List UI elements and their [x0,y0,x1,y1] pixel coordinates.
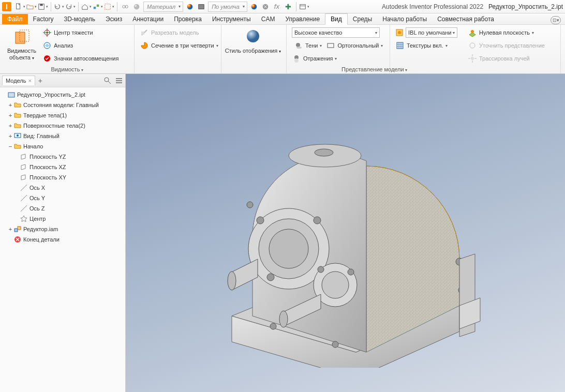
workspace: Модель× + Редуктор_Упростить_2.ipt +Сост… [0,74,565,392]
save-icon[interactable] [38,2,48,12]
visual-quality-combo[interactable]: Высокое качество▾ [290,27,386,38]
center-of-gravity-button[interactable]: Центр тяжести [40,27,121,38]
model-placeholder-icon [201,99,490,368]
tree-origin[interactable]: −Начало [1,141,124,152]
ortho-button[interactable]: Ортогональный▾ [324,40,385,51]
svg-point-26 [296,43,300,47]
ibl-combo[interactable]: IBL по умолчани▾ [393,27,459,38]
svg-point-9 [135,5,137,7]
tree-reductor[interactable]: +Редуктор.iam [1,224,124,234]
appearance-combo[interactable]: По умолча▾ [208,2,247,12]
reflections-icon [292,54,301,63]
svg-point-34 [471,30,474,33]
textures-button[interactable]: Текстуры вкл.▾ [393,40,459,51]
ray-trace-button: Трассировка лучей [466,53,547,64]
tab-getstarted[interactable]: Начало работы [377,14,432,24]
fx-icon[interactable]: fx [272,2,282,12]
tab-view[interactable]: Вид [325,13,348,25]
close-tab-icon[interactable]: × [28,78,31,84]
viewport-3d[interactable] [126,74,565,392]
assembly-icon[interactable] [93,2,103,12]
ortho-icon [326,41,335,50]
ray-trace-icon [468,54,477,63]
automark-button[interactable]: Значки автосовмещения [40,53,121,64]
link-icon[interactable] [120,2,130,12]
add-tab-icon[interactable]: + [35,77,46,85]
redo-icon[interactable] [65,2,76,12]
tab-cam[interactable]: CAM [256,14,280,24]
analysis-button[interactable]: Анализ [40,40,121,51]
assembly-icon [13,225,22,233]
window-icon[interactable] [299,2,309,12]
tab-manage[interactable]: Управление [280,14,325,24]
tab-inspect[interactable]: Проверка [169,14,207,24]
tree-view[interactable]: +Вид: Главный [1,131,124,141]
panel-modelview-label[interactable]: Представление модели [326,65,423,73]
object-visibility-button[interactable]: Видимость объекта ▾ [3,26,40,62]
appearance-sphere-icon[interactable] [185,2,195,12]
clear-appearance-icon[interactable] [260,2,271,12]
tab-env[interactable]: Среды [348,14,377,24]
tab-collab[interactable]: Совместная работа [432,14,499,24]
new-file-icon[interactable] [15,2,25,12]
open-file-icon[interactable] [26,2,37,12]
material-sphere-icon[interactable] [131,2,142,12]
svg-point-35 [470,43,475,48]
quarter-section-icon [140,41,149,50]
quick-access-toolbar: I Материал▾ По умолча▾ fx ✚ Autodesk Inv… [0,0,565,13]
cut-icon [140,28,149,37]
tree-plane-yz[interactable]: Плоскость YZ [1,152,124,162]
tab-annotations[interactable]: Аннотации [127,14,169,24]
tree-root[interactable]: Редуктор_Упростить_2.ipt [1,89,124,100]
appearance-placeholder: По умолча [210,4,242,10]
tree-axis-y[interactable]: Ось Y [1,193,124,203]
tree-plane-xy[interactable]: Плоскость XY [1,172,124,183]
tab-sketch[interactable]: Эскиз [100,14,127,24]
home-icon[interactable] [81,2,92,12]
display-style-label: Стиль отображения ▾ [225,48,281,55]
point-icon [20,215,28,223]
quarter-section-button[interactable]: Сечение в три четверти▾ [138,40,220,51]
panel-visibility-label[interactable]: Видимость [3,65,131,73]
appearance-box-icon[interactable] [196,2,206,12]
svg-point-73 [332,341,338,348]
display-style-button[interactable]: Стиль отображения ▾ [225,26,281,55]
tree-surfaces[interactable]: +Поверхностные тела(2) [1,120,124,131]
svg-point-56 [315,149,333,156]
model-tree[interactable]: Редуктор_Упростить_2.ipt +Состояния моде… [0,87,125,392]
axis-icon [20,184,28,192]
automark-icon [42,54,52,63]
browser-tab-model[interactable]: Модель× [2,76,35,85]
search-icon[interactable] [103,77,112,85]
tree-axis-x[interactable]: Ось X [1,183,124,193]
material-combo[interactable]: Материал▾ [143,2,183,12]
reflections-button[interactable]: Отражения▾ [290,53,386,64]
tab-tools[interactable]: Инструменты [207,14,256,24]
svg-point-30 [294,58,299,63]
tree-solids[interactable]: +Твердые тела(1) [1,110,124,120]
svg-point-27 [296,47,302,49]
panel-section-label [138,65,218,73]
color-picker-icon[interactable] [249,2,259,12]
shadows-button[interactable]: Тени▾ [292,40,324,51]
plane-icon [20,163,28,171]
menu-icon[interactable] [115,77,123,85]
view-icon [13,132,22,140]
select-icon[interactable] [104,2,114,12]
plus-icon[interactable]: ✚ [283,2,293,12]
tab-factory[interactable]: Factory [28,14,59,24]
ribbon-collapse-icon[interactable]: ⊡▾ [551,16,561,24]
undo-icon[interactable] [54,2,64,12]
tree-states[interactable]: +Состояния модели: Главный [1,100,124,110]
object-visibility-label: Видимость объекта ▾ [3,48,40,62]
file-tab[interactable]: Файл [2,14,28,24]
tree-end[interactable]: Конец детали [1,234,124,245]
ground-plane-button[interactable]: Нулевая плоскость▾ [466,27,547,38]
tree-axis-z[interactable]: Ось Z [1,203,124,214]
app-logo-icon[interactable]: I [2,2,11,11]
tree-plane-xz[interactable]: Плоскость XZ [1,162,124,172]
svg-point-44 [17,134,19,137]
tree-center[interactable]: Центр [1,214,124,224]
tab-3dmodel[interactable]: 3D-модель [59,14,101,24]
ribbon: Видимость объекта ▾ Центр тяжести Анализ… [0,25,565,74]
